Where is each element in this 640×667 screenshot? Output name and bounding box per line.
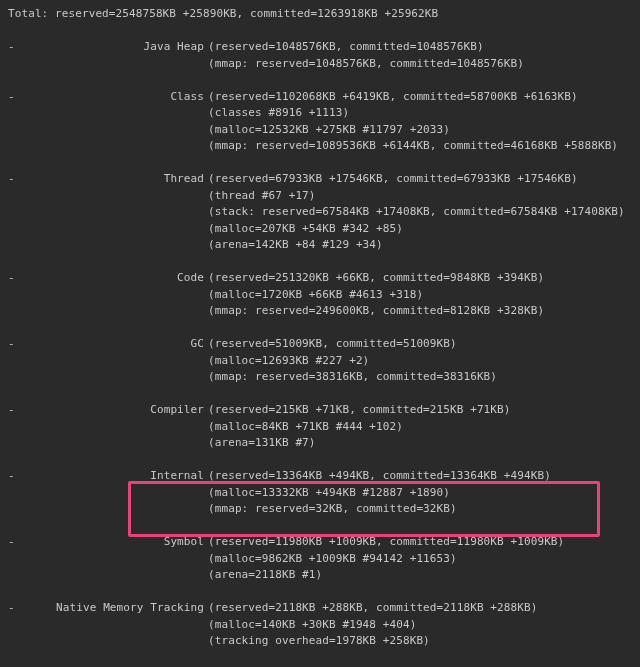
blank-line [8, 320, 640, 337]
section-detail-line: (mmap: reserved=1048576KB, committed=104… [8, 56, 640, 73]
total-detail: reserved=2548758KB +25890KB, committed=1… [55, 7, 438, 20]
detail-text: (arena=142KB +84 #129 +34) [208, 238, 383, 251]
section-header: -Internal(reserved=13364KB +494KB, commi… [8, 468, 640, 485]
blank-line [8, 72, 640, 89]
dash: - [8, 171, 22, 188]
detail-text: (mmap: reserved=249600KB, committed=8128… [208, 304, 544, 317]
section-head-detail: (reserved=215KB +71KB, committed=215KB +… [208, 403, 511, 416]
section-head-detail: (reserved=2118KB +288KB, committed=2118K… [208, 601, 537, 614]
section-header: -Symbol(reserved=11980KB +1009KB, commit… [8, 534, 640, 551]
detail-text: (stack: reserved=67584KB +17408KB, commi… [208, 205, 625, 218]
detail-text: (arena=2118KB #1) [208, 568, 322, 581]
detail-text: (mmap: reserved=32KB, committed=32KB) [208, 502, 457, 515]
section-name: Java Heap [22, 39, 208, 56]
dash: - [8, 402, 22, 419]
dash: - [8, 39, 22, 56]
section-detail-line: (mmap: reserved=249600KB, committed=8128… [8, 303, 640, 320]
section-detail-line: (malloc=13332KB +494KB #12887 +1890) [8, 485, 640, 502]
section-detail-line: (thread #67 +17) [8, 188, 640, 205]
blank-line [8, 155, 640, 172]
section-head-detail: (reserved=251320KB +66KB, committed=9848… [208, 271, 544, 284]
detail-text: (malloc=207KB +54KB #342 +85) [208, 222, 403, 235]
section-detail-line: (malloc=12532KB +275KB #11797 +2033) [8, 122, 640, 139]
section-name: Compiler [22, 402, 208, 419]
detail-text: (tracking overhead=1978KB +258KB) [208, 634, 430, 647]
total-prefix: Total: [8, 7, 55, 20]
detail-text: (thread #67 +17) [208, 189, 316, 202]
detail-text: (malloc=9862KB +1009KB #94142 +11653) [208, 552, 457, 565]
dash: - [8, 336, 22, 353]
detail-text: (malloc=12693KB #227 +2) [208, 354, 369, 367]
section-header: -Java Heap(reserved=1048576KB, committed… [8, 39, 640, 56]
section-detail-line: (malloc=12693KB #227 +2) [8, 353, 640, 370]
section-head-detail: (reserved=11980KB +1009KB, committed=119… [208, 535, 564, 548]
section-header: -Compiler(reserved=215KB +71KB, committe… [8, 402, 640, 419]
detail-text: (mmap: reserved=1089536KB +6144KB, commi… [208, 139, 618, 152]
blank-line [8, 518, 640, 535]
dash: - [8, 270, 22, 287]
blank-line [8, 650, 640, 667]
section-name: Native Memory Tracking [22, 600, 208, 617]
section-head-detail: (reserved=13364KB +494KB, committed=1336… [208, 469, 551, 482]
detail-text: (malloc=13332KB +494KB #12887 +1890) [208, 486, 450, 499]
detail-text: (malloc=12532KB +275KB #11797 +2033) [208, 123, 450, 136]
section-name: Symbol [22, 534, 208, 551]
section-header: -GC(reserved=51009KB, committed=51009KB) [8, 336, 640, 353]
section-detail-line: (arena=2118KB #1) [8, 567, 640, 584]
blank-line [8, 452, 640, 469]
section-name: Class [22, 89, 208, 106]
section-head-detail: (reserved=1048576KB, committed=1048576KB… [208, 40, 484, 53]
detail-text: (mmap: reserved=38316KB, committed=38316… [208, 370, 497, 383]
section-name: Internal [22, 468, 208, 485]
section-detail-line: (stack: reserved=67584KB +17408KB, commi… [8, 204, 640, 221]
section-name: GC [22, 336, 208, 353]
section-header: -Native Memory Tracking(reserved=2118KB … [8, 600, 640, 617]
detail-text: (mmap: reserved=1048576KB, committed=104… [208, 57, 524, 70]
section-detail-line: (mmap: reserved=38316KB, committed=38316… [8, 369, 640, 386]
section-detail-line: (mmap: reserved=1089536KB +6144KB, commi… [8, 138, 640, 155]
section-detail-line: (classes #8916 +1113) [8, 105, 640, 122]
section-head-detail: (reserved=67933KB +17546KB, committed=67… [208, 172, 578, 185]
section-head-detail: (reserved=51009KB, committed=51009KB) [208, 337, 457, 350]
section-detail-line: (malloc=9862KB +1009KB #94142 +11653) [8, 551, 640, 568]
section-header: -Class(reserved=1102068KB +6419KB, commi… [8, 89, 640, 106]
detail-text: (malloc=140KB +30KB #1948 +404) [208, 618, 416, 631]
blank-line [8, 386, 640, 403]
dash: - [8, 89, 22, 106]
nmt-output: Total: reserved=2548758KB +25890KB, comm… [0, 0, 640, 667]
detail-text: (malloc=84KB +71KB #444 +102) [208, 420, 403, 433]
section-detail-line: (malloc=84KB +71KB #444 +102) [8, 419, 640, 436]
section-name: Thread [22, 171, 208, 188]
section-detail-line: (arena=131KB #7) [8, 435, 640, 452]
section-header: -Thread(reserved=67933KB +17546KB, commi… [8, 171, 640, 188]
dash: - [8, 468, 22, 485]
section-detail-line: (mmap: reserved=32KB, committed=32KB) [8, 501, 640, 518]
blank-line [8, 584, 640, 601]
detail-text: (classes #8916 +1113) [208, 106, 349, 119]
section-head-detail: (reserved=1102068KB +6419KB, committed=5… [208, 90, 578, 103]
section-detail-line: (tracking overhead=1978KB +258KB) [8, 633, 640, 650]
section-detail-line: (malloc=140KB +30KB #1948 +404) [8, 617, 640, 634]
section-name: Code [22, 270, 208, 287]
section-header: -Code(reserved=251320KB +66KB, committed… [8, 270, 640, 287]
blank-line [8, 23, 640, 40]
dash: - [8, 534, 22, 551]
total-line: Total: reserved=2548758KB +25890KB, comm… [8, 6, 640, 23]
detail-text: (arena=131KB #7) [208, 436, 316, 449]
dash: - [8, 600, 22, 617]
section-detail-line: (malloc=207KB +54KB #342 +85) [8, 221, 640, 238]
section-detail-line: (malloc=1720KB +66KB #4613 +318) [8, 287, 640, 304]
section-detail-line: (arena=142KB +84 #129 +34) [8, 237, 640, 254]
detail-text: (malloc=1720KB +66KB #4613 +318) [208, 288, 423, 301]
blank-line [8, 254, 640, 271]
